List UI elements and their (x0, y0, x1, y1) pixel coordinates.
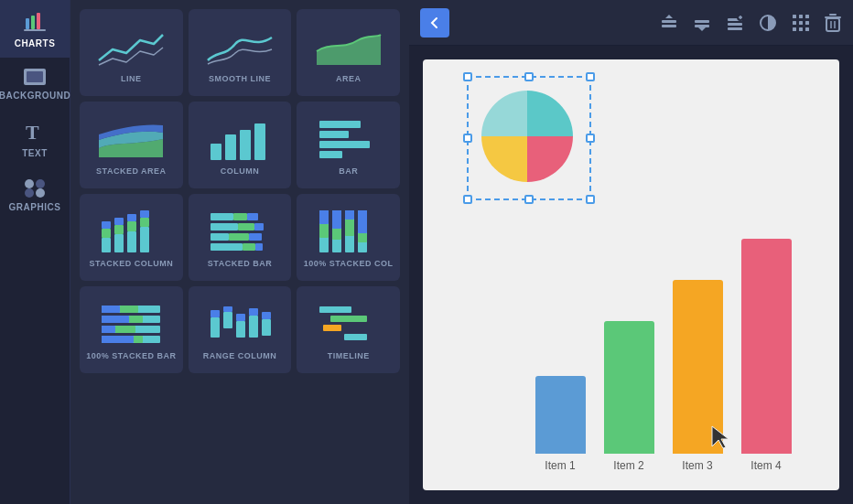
svg-rect-41 (243, 243, 255, 251)
bar-item-3: Item 3 (673, 280, 723, 472)
selection-handle-bl[interactable] (463, 195, 472, 204)
main-area: Item 1 Item 2 Item 3 (409, 0, 853, 504)
chart-thumb-smooth-line[interactable]: SMOOTH LINE (189, 9, 292, 96)
svg-rect-33 (247, 213, 258, 220)
layer-up-button[interactable] (659, 13, 679, 33)
chart-thumb-line[interactable]: LINE (80, 9, 183, 96)
selection-handle-br[interactable] (586, 195, 595, 204)
chart-thumb-stacked-column[interactable]: STACKED COLUMN (80, 194, 183, 281)
sidebar: CHARTS BACKGROUND T TEXT GRAPHICS (0, 0, 70, 504)
bar-label-2: Item 2 (613, 459, 643, 472)
svg-rect-79 (323, 325, 341, 331)
svg-rect-14 (254, 123, 265, 160)
svg-rect-97 (805, 21, 809, 25)
stacked-area-thumb-svg (94, 116, 167, 162)
svg-rect-67 (211, 317, 220, 338)
sidebar-item-background[interactable]: BACKGROUND (0, 58, 70, 110)
sidebar-item-graphics[interactable]: GRAPHICS (0, 167, 70, 221)
pattern-button[interactable] (791, 13, 811, 33)
svg-rect-28 (140, 227, 149, 252)
contrast-button[interactable] (758, 13, 778, 33)
svg-rect-48 (332, 229, 341, 240)
add-layer-button[interactable] (725, 13, 745, 33)
svg-rect-50 (345, 210, 354, 220)
svg-rect-18 (319, 151, 342, 158)
chart-thumb-100-stacked-bar[interactable]: 100% STACKED BAR (80, 286, 183, 373)
bar-4 (741, 239, 792, 454)
chart-thumb-stacked-bar[interactable]: STACKED BAR (189, 194, 292, 281)
svg-rect-95 (793, 21, 796, 25)
line-thumb-svg (94, 24, 167, 70)
chart-label-stacked-area: STACKED AREA (96, 166, 167, 176)
sidebar-item-text[interactable]: T TEXT (0, 110, 70, 167)
svg-rect-22 (114, 234, 124, 252)
svg-rect-76 (262, 312, 271, 319)
100-stacked-col-thumb-svg (312, 209, 385, 254)
bars-container: Item 1 Item 2 Item 3 (514, 243, 812, 472)
svg-point-8 (36, 179, 45, 188)
sidebar-item-charts[interactable]: CHARTS (0, 0, 70, 58)
svg-rect-16 (319, 131, 349, 138)
chart-row-3: STACKED COLUMN STACKED BAR (80, 194, 400, 281)
chart-thumb-range-column[interactable]: RANGE COLUMN (189, 286, 292, 373)
layer-down-button[interactable] (692, 13, 712, 33)
svg-rect-45 (319, 224, 329, 238)
chart-thumb-stacked-area[interactable]: STACKED AREA (80, 102, 183, 188)
svg-rect-20 (102, 229, 111, 238)
chart-thumb-area[interactable]: AREA (297, 9, 400, 96)
selection-handle-top[interactable] (524, 72, 534, 81)
selection-handle-tl[interactable] (463, 72, 472, 81)
svg-rect-13 (240, 130, 251, 160)
svg-rect-47 (332, 210, 341, 229)
svg-rect-11 (211, 144, 221, 160)
chart-row-4: 100% STACKED BAR RANGE COLUMN (80, 286, 400, 373)
svg-rect-92 (793, 15, 796, 18)
selection-handle-bottom[interactable] (524, 195, 534, 204)
svg-rect-3 (24, 29, 46, 31)
layer-down-icon (692, 13, 712, 33)
chart-thumb-bar[interactable]: BAR (297, 102, 400, 188)
svg-rect-71 (236, 321, 245, 338)
svg-rect-87 (728, 27, 742, 30)
svg-rect-39 (249, 233, 262, 241)
svg-rect-36 (254, 223, 264, 231)
chart-label-area: AREA (336, 74, 362, 83)
cursor-icon (708, 423, 738, 452)
svg-rect-75 (262, 319, 271, 336)
chart-thumb-column[interactable]: COLUMN (189, 102, 292, 188)
chart-label-stacked-bar: STACKED BAR (208, 259, 272, 268)
chart-thumb-100-stacked-col[interactable]: 100% STACKED COL (297, 194, 400, 281)
delete-button[interactable] (824, 13, 842, 33)
svg-rect-65 (102, 336, 134, 343)
chevron-left-icon (428, 16, 441, 29)
chart-thumb-timeline[interactable]: TIMELINE (297, 286, 400, 373)
selection-handle-left[interactable] (463, 134, 472, 143)
column-thumb-svg (203, 116, 276, 162)
svg-rect-103 (826, 18, 839, 31)
sidebar-label-charts: CHARTS (15, 38, 56, 48)
svg-rect-78 (330, 316, 367, 322)
svg-rect-96 (799, 21, 803, 25)
selection-handle-tr[interactable] (586, 72, 595, 81)
svg-text:T: T (26, 121, 39, 144)
collapse-button[interactable] (420, 8, 449, 38)
selection-handle-right[interactable] (586, 134, 595, 143)
bar-label-1: Item 1 (545, 459, 575, 472)
svg-rect-19 (102, 238, 111, 252)
svg-rect-62 (102, 326, 115, 333)
svg-rect-30 (140, 210, 149, 218)
svg-rect-93 (799, 15, 803, 18)
sidebar-label-graphics: GRAPHICS (9, 202, 61, 212)
svg-rect-102 (829, 14, 837, 16)
sidebar-label-background: BACKGROUND (0, 91, 70, 101)
chart-label-bar: BAR (339, 166, 358, 176)
svg-rect-57 (120, 306, 138, 313)
svg-rect-73 (249, 316, 258, 338)
bar-item-1: Item 1 (535, 376, 586, 472)
svg-rect-74 (249, 308, 258, 316)
stacked-column-thumb-svg (94, 209, 167, 254)
svg-rect-86 (728, 23, 742, 26)
bar-thumb-svg (312, 116, 385, 162)
svg-rect-21 (102, 221, 111, 229)
canvas-area: Item 1 Item 2 Item 3 (423, 59, 839, 490)
